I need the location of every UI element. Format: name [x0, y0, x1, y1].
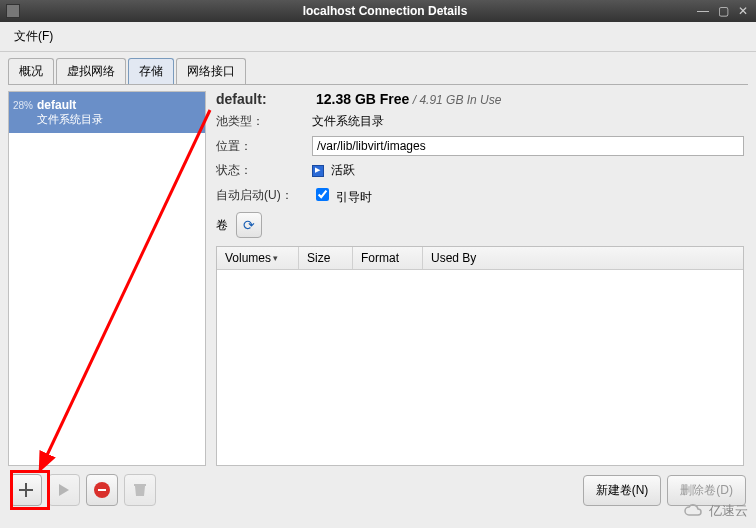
state-value: 活跃 [331, 163, 355, 177]
tab-virtual-networks[interactable]: 虚拟网络 [56, 58, 126, 84]
menu-file[interactable]: 文件(F) [8, 26, 59, 47]
running-icon [312, 165, 324, 177]
trash-icon [133, 483, 147, 497]
pool-name-label: default: [216, 91, 312, 107]
window-title: localhost Connection Details [20, 4, 750, 18]
watermark: 亿速云 [683, 502, 748, 520]
state-label: 状态： [216, 162, 312, 179]
pool-item-default[interactable]: 28% default 文件系统目录 [9, 92, 205, 133]
tab-overview[interactable]: 概况 [8, 58, 54, 84]
plus-icon [19, 483, 33, 497]
tab-storage[interactable]: 存储 [128, 58, 174, 84]
pool-in-use: / 4.91 GB In Use [413, 93, 502, 107]
add-pool-button[interactable] [10, 474, 42, 506]
pool-subtitle: 文件系统目录 [37, 112, 103, 127]
pool-type-value: 文件系统目录 [312, 113, 744, 130]
chevron-down-icon: ▾ [273, 253, 278, 263]
delete-volume-button[interactable]: 删除卷(D) [667, 475, 746, 506]
pool-name: default [37, 98, 103, 112]
refresh-icon: ⟳ [243, 217, 255, 233]
tabbar: 概况 虚拟网络 存储 网络接口 [0, 52, 756, 84]
volumes-table: Volumes ▾ Size Format Used By [216, 246, 744, 466]
titlebar-icon [6, 4, 20, 18]
minimize-icon[interactable]: — [696, 4, 710, 18]
col-format[interactable]: Format [353, 247, 423, 269]
new-volume-button[interactable]: 新建卷(N) [583, 475, 662, 506]
table-header: Volumes ▾ Size Format Used By [217, 247, 743, 270]
close-icon[interactable]: ✕ [736, 4, 750, 18]
svg-rect-1 [98, 489, 106, 491]
tab-network-interfaces[interactable]: 网络接口 [176, 58, 246, 84]
col-usedby[interactable]: Used By [423, 247, 743, 269]
col-size[interactable]: Size [299, 247, 353, 269]
pool-free-space: 12.38 GB Free [316, 91, 409, 107]
maximize-icon[interactable]: ▢ [716, 4, 730, 18]
bottom-toolbar: 新建卷(N) 删除卷(D) [0, 466, 756, 514]
col-volumes[interactable]: Volumes ▾ [217, 247, 299, 269]
storage-pool-list: 28% default 文件系统目录 [8, 91, 206, 466]
pool-usage-pct: 28% [13, 100, 33, 111]
menubar: 文件(F) [0, 22, 756, 52]
stop-icon [93, 481, 111, 499]
autostart-value: 引导时 [336, 190, 372, 204]
stop-pool-button[interactable] [86, 474, 118, 506]
volumes-label: 卷 [216, 217, 236, 234]
start-pool-button[interactable] [48, 474, 80, 506]
pool-type-label: 池类型： [216, 113, 312, 130]
delete-pool-button[interactable] [124, 474, 156, 506]
autostart-label: 自动启动(U)： [216, 187, 312, 204]
cloud-icon [683, 503, 705, 519]
location-label: 位置： [216, 138, 312, 155]
refresh-button[interactable]: ⟳ [236, 212, 262, 238]
play-icon [58, 484, 70, 496]
autostart-checkbox[interactable] [316, 188, 329, 201]
location-input[interactable] [312, 136, 744, 156]
titlebar: localhost Connection Details — ▢ ✕ [0, 0, 756, 22]
pool-details: default: 12.38 GB Free / 4.91 GB In Use … [212, 85, 748, 466]
